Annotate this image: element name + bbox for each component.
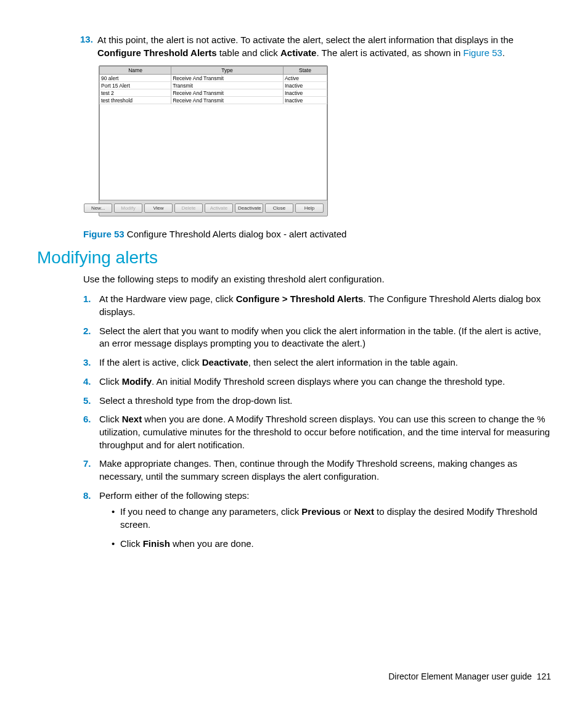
- text-frag: . An initial Modify Threshold screen dis…: [152, 376, 505, 387]
- step-number: 2.: [83, 325, 99, 350]
- text-bold: Configure Threshold Alerts: [97, 47, 217, 58]
- intro-text: Use the following steps to modify an exi…: [83, 274, 551, 284]
- footer-title: Director Element Manager user guide: [388, 671, 532, 681]
- new--button[interactable]: New...: [84, 203, 112, 213]
- table-cell: Inactive: [283, 89, 327, 97]
- table-row[interactable]: test thresholdReceive And TransmitInacti…: [100, 97, 327, 104]
- steps-list: 1.At the Hardware view page, click Confi…: [83, 293, 551, 556]
- text-frag: If the alert is active, click: [99, 357, 202, 367]
- text-frag: or: [341, 506, 354, 517]
- step-number: 4.: [83, 376, 99, 388]
- step-number: 7.: [83, 458, 99, 483]
- sub-list-item: If you need to change any parameters, cl…: [112, 506, 551, 531]
- text-frag: when you are done.: [170, 538, 254, 549]
- table-row[interactable]: test 2Receive And TransmitInactive: [100, 89, 327, 97]
- alerts-table: NameTypeState 90 alertReceive And Transm…: [99, 66, 327, 104]
- text-frag: when you are done. A Modify Threshold sc…: [99, 414, 550, 449]
- text-frag: Select the alert that you want to modify…: [99, 326, 541, 349]
- step-item: 6.Click Next when you are done. A Modify…: [83, 413, 551, 451]
- text-frag: At the Hardware view page, click: [99, 293, 236, 304]
- step-text: At the Hardware view page, click Configu…: [99, 293, 551, 318]
- sub-list: If you need to change any parameters, cl…: [99, 506, 551, 550]
- text-frag: Perform either of the following steps:: [99, 490, 249, 501]
- step-number: 5.: [83, 395, 99, 408]
- table-cell: Transmit: [171, 82, 284, 89]
- text-bold: Finish: [143, 538, 170, 549]
- sub-list-item: Click Finish when you are done.: [112, 538, 551, 551]
- figure-label: Figure 53: [83, 229, 125, 239]
- text-bold: Modify: [122, 376, 152, 387]
- table-cell: Receive And Transmit: [171, 75, 284, 82]
- step-text: Make appropriate changes. Then, continue…: [99, 458, 551, 483]
- table-row[interactable]: 90 alertReceive And TransmitActive: [100, 75, 327, 82]
- step-number: 13.: [80, 34, 97, 59]
- text-frag: table and click: [217, 47, 280, 58]
- table-cell: 90 alert: [100, 75, 171, 82]
- text-frag: .: [502, 47, 505, 58]
- table-empty-area: [99, 104, 327, 200]
- step-item: 3.If the alert is active, click Deactiva…: [83, 356, 551, 369]
- table-cell: Inactive: [283, 97, 327, 104]
- step-text: Click Modify. An initial Modify Threshol…: [99, 376, 551, 388]
- configure-threshold-alerts-dialog: NameTypeState 90 alertReceive And Transm…: [99, 65, 328, 216]
- dialog-button-row: New...ModifyViewDeleteActivateDeactivate…: [99, 200, 327, 216]
- step-item: 8.Perform either of the following steps:…: [83, 490, 551, 557]
- table-cell: test threshold: [100, 97, 171, 104]
- deactivate-button[interactable]: Deactivate: [235, 203, 263, 213]
- column-header[interactable]: State: [283, 67, 327, 75]
- page-footer: Director Element Manager user guide 121: [388, 671, 551, 681]
- step-item: 2.Select the alert that you want to modi…: [83, 325, 551, 350]
- step-item: 1.At the Hardware view page, click Confi…: [83, 293, 551, 318]
- step-item: 4.Click Modify. An initial Modify Thresh…: [83, 376, 551, 388]
- step-number: 6.: [83, 413, 99, 451]
- modify-button: Modify: [114, 203, 142, 213]
- step-number: 1.: [83, 293, 99, 318]
- step-13-item: 13. At this point, the alert is not acti…: [80, 34, 551, 59]
- close-button[interactable]: Close: [265, 203, 293, 213]
- text-frag: Make appropriate changes. Then, continue…: [99, 458, 517, 482]
- step-number: 8.: [83, 490, 99, 557]
- column-header[interactable]: Type: [171, 67, 284, 75]
- text-frag: Select a threshold type from the drop-do…: [99, 395, 293, 406]
- step-number: 3.: [83, 356, 99, 369]
- step-13-text: At this point, the alert is not active. …: [97, 34, 551, 59]
- text-bold: Next: [122, 414, 142, 424]
- figure-link[interactable]: Figure 53: [463, 47, 502, 58]
- table-row[interactable]: Port 15 AlertTransmitInactive: [100, 82, 327, 89]
- table-cell: Active: [283, 75, 327, 82]
- step-text: Click Next when you are done. A Modify T…: [99, 413, 551, 451]
- help-button[interactable]: Help: [295, 203, 324, 213]
- step-text: Select a threshold type from the drop-do…: [99, 395, 551, 408]
- text-bold: Deactivate: [202, 357, 248, 367]
- text-frag: , then select the alert information in t…: [248, 357, 458, 367]
- text-frag: Click: [99, 414, 122, 424]
- step-item: 5.Select a threshold type from the drop-…: [83, 395, 551, 408]
- table-cell: Receive And Transmit: [171, 89, 284, 97]
- table-cell: test 2: [100, 89, 171, 97]
- text-frag: . The alert is activated, as shown in: [316, 47, 463, 58]
- text-bold: Next: [354, 506, 374, 517]
- table-cell: Inactive: [283, 82, 327, 89]
- activate-button: Activate: [205, 203, 233, 213]
- column-header[interactable]: Name: [100, 67, 171, 75]
- step-text: If the alert is active, click Deactivate…: [99, 356, 551, 369]
- text-frag: At this point, the alert is not active. …: [97, 35, 513, 45]
- step-item: 7.Make appropriate changes. Then, contin…: [83, 458, 551, 483]
- text-frag: If you need to change any parameters, cl…: [120, 506, 301, 517]
- table-cell: Port 15 Alert: [100, 82, 171, 89]
- section-heading: Modifying alerts: [37, 248, 551, 268]
- figure-caption-text: Configure Threshold Alerts dialog box - …: [125, 229, 347, 239]
- text-bold: Activate: [280, 47, 316, 58]
- text-frag: Click: [99, 376, 122, 387]
- text-bold: Previous: [301, 506, 340, 517]
- step-text: Select the alert that you want to modify…: [99, 325, 551, 350]
- view-button[interactable]: View: [144, 203, 173, 213]
- step-text: Perform either of the following steps:If…: [99, 490, 551, 557]
- text-bold: Configure > Threshold Alerts: [236, 293, 364, 304]
- delete-button: Delete: [174, 203, 203, 213]
- text-frag: Click: [120, 538, 143, 549]
- figure-caption: Figure 53 Configure Threshold Alerts dia…: [83, 229, 551, 239]
- page-number: 121: [537, 671, 551, 681]
- table-cell: Receive And Transmit: [171, 97, 284, 104]
